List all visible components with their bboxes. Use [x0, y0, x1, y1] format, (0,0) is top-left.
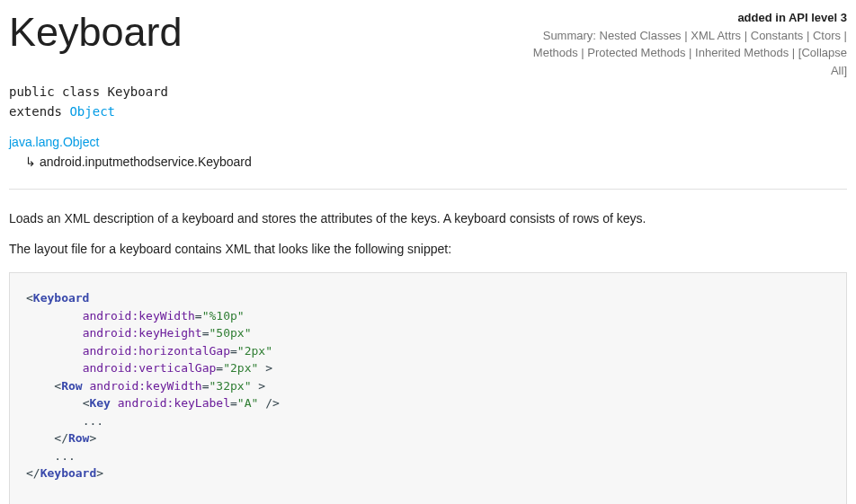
separator: |: [792, 46, 798, 59]
subclass-arrow-icon: ↳: [25, 155, 36, 168]
summary-label: Summary:: [543, 29, 596, 42]
class-name: Keyboard: [108, 84, 168, 99]
class-signature-line2: extends Object: [9, 104, 847, 119]
extends-link-object[interactable]: Object: [69, 104, 115, 119]
summary-link-collapse-all[interactable]: [Collapse All]: [798, 46, 847, 77]
api-added-note: added in API level 3: [737, 11, 847, 24]
separator: |: [844, 29, 847, 42]
separator: |: [745, 29, 751, 42]
summary-link-nested-classes[interactable]: Nested Classes: [600, 29, 682, 42]
summary-link-protected-methods[interactable]: Protected Methods: [587, 46, 685, 59]
code-snippet: <Keyboard android:keyWidth="%10p" androi…: [9, 272, 847, 504]
summary-link-xml-attrs[interactable]: XML Attrs: [691, 29, 741, 42]
page-title: Keyboard: [9, 9, 183, 56]
summary-link-ctors[interactable]: Ctors: [813, 29, 841, 42]
keyword-public-class: public class: [9, 84, 108, 99]
hierarchy-current-class: android.inputmethodservice.Keyboard: [40, 155, 252, 169]
class-signature-line1: public class Keyboard: [9, 84, 847, 99]
api-summary-block: added in API level 3 Summary: Nested Cla…: [523, 9, 847, 79]
description-paragraph-2: The layout file for a keyboard contains …: [9, 242, 847, 256]
keyword-extends: extends: [9, 104, 69, 119]
class-hierarchy: java.lang.Object ↳android.inputmethodser…: [9, 135, 847, 169]
description-paragraph-1: Loads an XML description of a keyboard a…: [9, 211, 847, 225]
summary-link-constants[interactable]: Constants: [751, 29, 804, 42]
hierarchy-link-object[interactable]: java.lang.Object: [9, 135, 99, 149]
summary-link-methods[interactable]: Methods: [533, 46, 578, 59]
separator: |: [807, 29, 813, 42]
divider: [9, 189, 847, 190]
summary-link-inherited-methods[interactable]: Inherited Methods: [695, 46, 789, 59]
